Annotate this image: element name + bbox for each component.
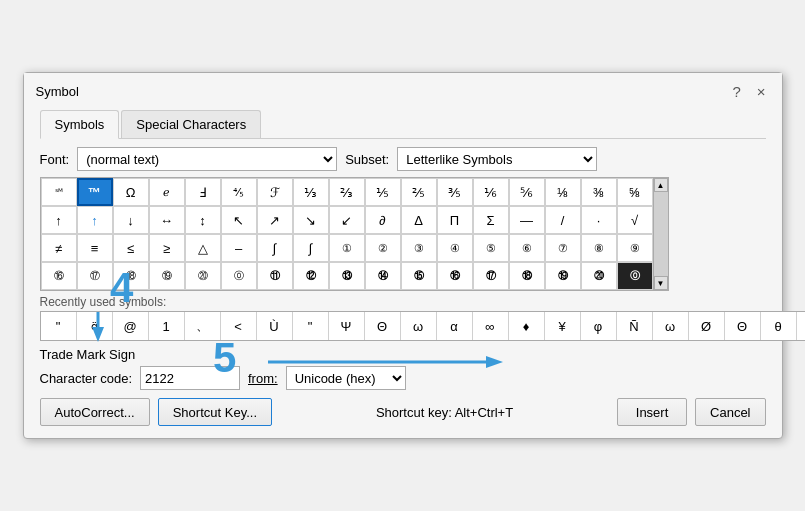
recent-symbol[interactable]: Ψ [329, 312, 365, 340]
symbol-cell[interactable]: ↕ [185, 206, 221, 234]
recent-symbol[interactable]: Ø [689, 312, 725, 340]
symbol-cell[interactable]: ≥ [149, 234, 185, 262]
symbol-cell[interactable]: ↗ [257, 206, 293, 234]
symbol-cell[interactable]: ≤ [113, 234, 149, 262]
symbol-cell[interactable]: ⑬ [329, 262, 365, 290]
recent-symbol[interactable]: Ñ [617, 312, 653, 340]
recent-symbol[interactable]: ω [401, 312, 437, 340]
recent-symbol[interactable]: q̈ [77, 312, 113, 340]
symbol-cell[interactable]: ⅗ [437, 178, 473, 206]
recent-symbol[interactable]: Я [797, 312, 806, 340]
symbol-cell[interactable]: ⅔ [329, 178, 365, 206]
symbol-cell[interactable]: ≡ [77, 234, 113, 262]
scroll-down-button[interactable]: ▼ [654, 276, 668, 290]
symbol-cell[interactable]: / [545, 206, 581, 234]
symbol-cell[interactable]: ⅜ [581, 178, 617, 206]
recent-symbol[interactable]: 1 [149, 312, 185, 340]
symbol-cell[interactable]: ˢᴹ [41, 178, 77, 206]
recent-symbol[interactable]: φ [581, 312, 617, 340]
symbol-cell[interactable]: ⑳ [185, 262, 221, 290]
symbol-cell[interactable]: ↑ [77, 206, 113, 234]
symbol-cell[interactable]: ⑰ [77, 262, 113, 290]
recent-symbol[interactable]: " [41, 312, 77, 340]
symbol-cell[interactable]: ↓ [113, 206, 149, 234]
symbol-cell[interactable]: ⑧ [581, 234, 617, 262]
symbol-cell[interactable]: ⅝ [617, 178, 653, 206]
symbol-cell[interactable]: ⑥ [509, 234, 545, 262]
symbol-cell[interactable]: ⅙ [473, 178, 509, 206]
symbol-cell[interactable]: ∫ [293, 234, 329, 262]
symbol-cell[interactable]: ⑯ [41, 262, 77, 290]
recent-symbol[interactable]: ♦ [509, 312, 545, 340]
symbol-cell[interactable]: ⅕ [365, 178, 401, 206]
scrollbar[interactable]: ▲ ▼ [653, 177, 669, 291]
shortcut-key-button[interactable]: Shortcut Key... [158, 398, 272, 426]
symbol-cell[interactable]: ↖ [221, 206, 257, 234]
recent-symbol[interactable]: < [221, 312, 257, 340]
from-label[interactable]: from: [248, 371, 278, 386]
recent-symbol[interactable]: @ [113, 312, 149, 340]
symbol-cell[interactable]: ↔ [149, 206, 185, 234]
recent-symbol[interactable]: Ù [257, 312, 293, 340]
symbol-cell[interactable]: ⑨ [617, 234, 653, 262]
tab-symbols[interactable]: Symbols [40, 110, 120, 139]
symbol-cell[interactable]: ④ [437, 234, 473, 262]
symbol-cell[interactable]: ∫ [257, 234, 293, 262]
symbol-cell[interactable]: Σ [473, 206, 509, 234]
scroll-up-button[interactable]: ▲ [654, 178, 668, 192]
symbol-cell[interactable]: ⑮ [401, 262, 437, 290]
symbol-cell[interactable]: ⑫ [293, 262, 329, 290]
recent-symbol[interactable]: ∞ [473, 312, 509, 340]
symbol-cell[interactable]: ⓪ [221, 262, 257, 290]
symbol-cell[interactable]: ⅛ [545, 178, 581, 206]
symbol-cell[interactable]: ⑯ [437, 262, 473, 290]
insert-button[interactable]: Insert [617, 398, 687, 426]
help-button[interactable]: ? [728, 81, 744, 102]
cancel-button[interactable]: Cancel [695, 398, 765, 426]
symbol-cell[interactable]: ⅖ [401, 178, 437, 206]
symbol-cell[interactable]: ⅚ [509, 178, 545, 206]
symbol-cell[interactable]: Δ [401, 206, 437, 234]
symbol-cell[interactable]: ⑱ [113, 262, 149, 290]
symbol-cell[interactable]: △ [185, 234, 221, 262]
symbol-cell[interactable]: ② [365, 234, 401, 262]
symbol-cell[interactable]: ⅓ [293, 178, 329, 206]
symbol-cell[interactable]: ⑪ [257, 262, 293, 290]
font-select[interactable]: (normal text) [77, 147, 337, 171]
symbol-cell[interactable]: ⑭ [365, 262, 401, 290]
symbol-cell[interactable]: ⑲ [149, 262, 185, 290]
symbol-cell[interactable]: ≠ [41, 234, 77, 262]
char-code-input[interactable] [140, 366, 240, 390]
symbol-cell-tm[interactable]: ™ [77, 178, 113, 206]
symbol-cell[interactable]: ① [329, 234, 365, 262]
recent-symbol[interactable]: ω [653, 312, 689, 340]
symbol-cell[interactable]: ℱ [257, 178, 293, 206]
symbol-cell[interactable]: Ⅎ [185, 178, 221, 206]
symbol-cell[interactable]: · [581, 206, 617, 234]
symbol-cell[interactable]: Ω [113, 178, 149, 206]
symbol-cell[interactable]: ⑦ [545, 234, 581, 262]
symbol-cell[interactable]: Π [437, 206, 473, 234]
symbol-cell[interactable]: ⓪ [617, 262, 653, 290]
symbol-cell[interactable]: ⑱ [509, 262, 545, 290]
recent-symbol[interactable]: Θ [365, 312, 401, 340]
symbol-cell[interactable]: ⑲ [545, 262, 581, 290]
recent-symbol[interactable]: 、 [185, 312, 221, 340]
symbol-cell[interactable]: ⑳ [581, 262, 617, 290]
close-button[interactable]: × [753, 81, 770, 102]
symbol-cell[interactable]: √ [617, 206, 653, 234]
recent-symbol[interactable]: " [293, 312, 329, 340]
symbol-cell[interactable]: ③ [401, 234, 437, 262]
recent-symbol[interactable]: ¥ [545, 312, 581, 340]
recent-symbol[interactable]: Θ [725, 312, 761, 340]
symbol-cell[interactable]: ⑤ [473, 234, 509, 262]
symbol-cell[interactable]: ↘ [293, 206, 329, 234]
symbol-cell[interactable]: ℯ [149, 178, 185, 206]
tab-special-characters[interactable]: Special Characters [121, 110, 261, 138]
symbol-cell[interactable]: ⑰ [473, 262, 509, 290]
symbol-cell[interactable]: – [221, 234, 257, 262]
autocorrect-button[interactable]: AutoCorrect... [40, 398, 150, 426]
recent-symbol[interactable]: α [437, 312, 473, 340]
symbol-cell[interactable]: ↑ [41, 206, 77, 234]
subset-select[interactable]: Letterlike Symbols [397, 147, 597, 171]
